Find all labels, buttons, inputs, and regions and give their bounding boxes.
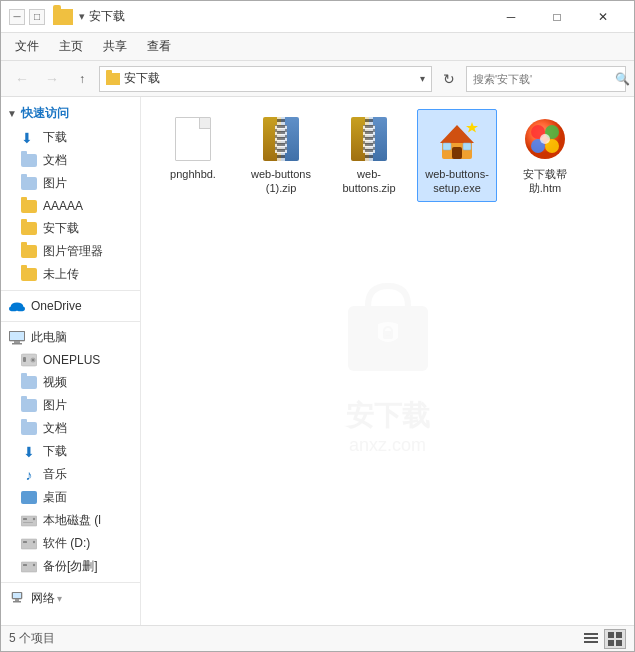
file-area[interactable]: 安下载 anxz.com pnghhbd. <box>141 97 634 625</box>
statusbar: 5 个项目 <box>1 625 634 651</box>
file-icon-htm <box>521 115 569 163</box>
search-bar[interactable]: 🔍 <box>466 66 626 92</box>
forward-button[interactable]: → <box>39 66 65 92</box>
sidebar-item-picture-manager[interactable]: 图片管理器 <box>1 240 140 263</box>
file-item[interactable]: 安下载帮助.htm <box>505 109 585 202</box>
file-item[interactable]: pnghhbd. <box>153 109 233 202</box>
sidebar-network-label: 网络 <box>31 590 55 607</box>
folder-blue-icon <box>21 421 37 437</box>
file-item[interactable]: web-buttons (1).zip <box>241 109 321 202</box>
sidebar-item-download2[interactable]: ⬇ 下载 <box>1 440 140 463</box>
menu-view[interactable]: 查看 <box>137 34 181 59</box>
sidebar-item-this-pc[interactable]: 此电脑 <box>1 326 140 349</box>
sidebar-item-backup-disk[interactable]: 备份[勿删] <box>1 555 140 578</box>
sidebar-item-music[interactable]: ♪ 音乐 <box>1 463 140 486</box>
desktop-icon <box>21 490 37 506</box>
maximize-button[interactable]: □ <box>534 2 580 32</box>
search-icon[interactable]: 🔍 <box>615 72 630 86</box>
sidebar-quick-access-header[interactable]: ▼ 快速访问 <box>1 101 140 126</box>
svg-rect-26 <box>383 331 393 339</box>
backup-disk-icon <box>21 559 37 575</box>
file-icon-plain <box>169 115 217 163</box>
close-button[interactable]: ✕ <box>580 2 626 32</box>
sidebar-item-label: AAAAA <box>43 199 83 213</box>
svg-point-17 <box>33 540 35 542</box>
file-item-selected[interactable]: web-buttons-setup.exe <box>417 109 497 202</box>
watermark-text: 安下载 <box>328 397 448 435</box>
content-area: ▼ 快速访问 ⬇ 下载 文档 图片 <box>1 97 634 625</box>
svg-point-2 <box>11 302 23 309</box>
sidebar-item-label: 未上传 <box>43 266 79 283</box>
sidebar-item-label: 安下载 <box>43 220 79 237</box>
titlebar: ─ □ ▾ 安下载 ─ □ ✕ <box>1 1 634 33</box>
sidebar-this-pc-label: 此电脑 <box>31 329 67 346</box>
search-input[interactable] <box>473 73 611 85</box>
file-name: web-buttons (1).zip <box>245 167 317 196</box>
folder-yellow-icon <box>21 198 37 214</box>
file-icon-exe <box>433 115 481 163</box>
menubar: 文件 主页 共享 查看 <box>1 33 634 61</box>
svg-rect-12 <box>23 518 27 520</box>
file-name: web-buttons.zip <box>333 167 405 196</box>
local-disk-icon <box>21 513 37 529</box>
svg-rect-24 <box>13 601 21 603</box>
sidebar-item-onedrive[interactable]: OneDrive <box>1 295 140 317</box>
sidebar-item-download[interactable]: ⬇ 下载 <box>1 126 140 149</box>
svg-rect-5 <box>14 341 20 343</box>
svg-rect-43 <box>608 632 614 638</box>
file-icon-zip <box>257 115 305 163</box>
folder-blue-icon <box>21 176 37 192</box>
sidebar-onedrive-label: OneDrive <box>31 299 82 313</box>
svg-rect-46 <box>616 640 622 646</box>
svg-point-10 <box>32 359 34 361</box>
file-icon-zip2 <box>345 115 393 163</box>
file-name: 安下载帮助.htm <box>509 167 581 196</box>
title-folder-icon <box>53 9 73 25</box>
grid-view-button[interactable] <box>604 629 626 649</box>
sidebar-divider-2 <box>1 321 140 322</box>
minimize-button[interactable]: ─ <box>488 2 534 32</box>
status-count: 5 个项目 <box>9 630 55 647</box>
refresh-button[interactable]: ↻ <box>436 66 462 92</box>
sidebar-item-label: 文档 <box>43 152 67 169</box>
address-dropdown-icon[interactable]: ▾ <box>420 73 425 84</box>
sidebar-item-oneplus[interactable]: ONEPLUS <box>1 349 140 371</box>
sidebar-item-documents[interactable]: 文档 <box>1 149 140 172</box>
svg-rect-8 <box>23 357 26 362</box>
menu-file[interactable]: 文件 <box>5 34 49 59</box>
up-button[interactable]: ↑ <box>69 66 95 92</box>
music-icon: ♪ <box>21 467 37 483</box>
file-item[interactable]: web-buttons.zip <box>329 109 409 202</box>
back-button[interactable]: ← <box>9 66 35 92</box>
quick-access-label: 快速访问 <box>21 105 69 122</box>
sidebar-item-docs2[interactable]: 文档 <box>1 417 140 440</box>
svg-rect-40 <box>584 633 598 635</box>
svg-rect-11 <box>21 516 37 526</box>
quick-access-chevron: ▼ <box>7 108 17 119</box>
menu-home[interactable]: 主页 <box>49 34 93 59</box>
sidebar-item-desktop[interactable]: 桌面 <box>1 486 140 509</box>
svg-rect-18 <box>21 562 37 572</box>
svg-point-13 <box>33 517 35 519</box>
window-controls: ─ □ ✕ <box>488 2 626 32</box>
sidebar-item-network[interactable]: 网络 ▾ <box>1 587 140 610</box>
address-bar[interactable]: 安下载 ▾ <box>99 66 432 92</box>
list-view-button[interactable] <box>580 629 602 649</box>
watermark-url: anxz.com <box>328 435 448 456</box>
sidebar-item-pictures[interactable]: 图片 <box>1 172 140 195</box>
toolbar: ← → ↑ 安下载 ▾ ↻ 🔍 <box>1 61 634 97</box>
sidebar-item-not-uploaded[interactable]: 未上传 <box>1 263 140 286</box>
svg-rect-16 <box>23 541 27 543</box>
title-arrow: ▾ <box>79 10 85 23</box>
sidebar-item-software-disk[interactable]: 软件 (D:) <box>1 532 140 555</box>
sidebar-item-pictures2[interactable]: 图片 <box>1 394 140 417</box>
menu-share[interactable]: 共享 <box>93 34 137 59</box>
sidebar-item-aaaaa[interactable]: AAAAA <box>1 195 140 217</box>
file-name: web-buttons-setup.exe <box>421 167 493 196</box>
svg-rect-45 <box>608 640 614 646</box>
sidebar-item-local-disk[interactable]: 本地磁盘 (l <box>1 509 140 532</box>
titlebar-system-icons: ─ □ <box>9 9 45 25</box>
sidebar-item-label: 软件 (D:) <box>43 535 90 552</box>
sidebar-item-video[interactable]: 视频 <box>1 371 140 394</box>
sidebar-item-anzaixia[interactable]: 安下载 <box>1 217 140 240</box>
